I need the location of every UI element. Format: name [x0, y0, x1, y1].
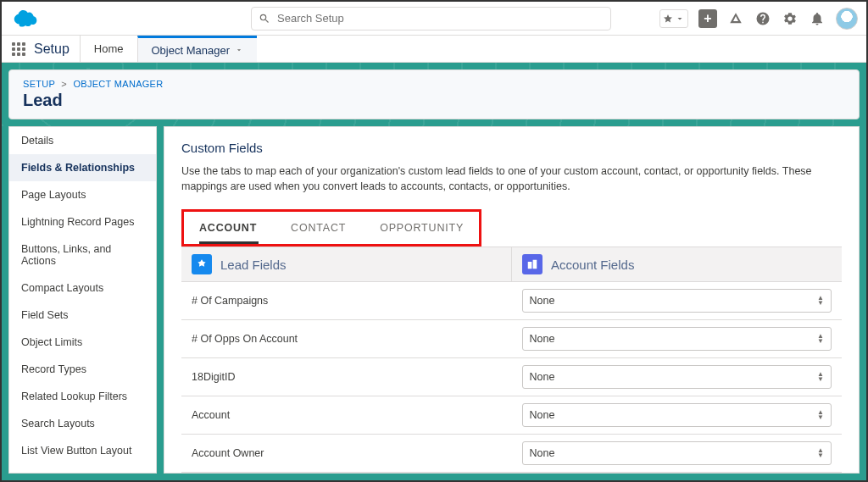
account-field-cell: None▲▼ — [512, 435, 843, 472]
sidebar-item-object-access[interactable]: Object Access — [9, 464, 156, 473]
lead-field-label: # Of Opps On Account — [181, 320, 512, 357]
select-stepper-icon: ▲▼ — [817, 448, 824, 458]
tab-contact[interactable]: CONTACT — [291, 222, 346, 239]
account-field-select[interactable]: None▲▼ — [522, 289, 832, 313]
mapping-row: Account OwnerNone▲▼ — [181, 435, 842, 473]
section-title: Custom Fields — [181, 141, 842, 155]
column-header-account: Account Fields — [511, 247, 842, 281]
lead-field-label: # Of Campaigns — [181, 282, 512, 319]
help-icon[interactable] — [754, 10, 771, 27]
account-field-cell: None▲▼ — [512, 282, 843, 319]
mapping-row: # Of Opps On AccountNone▲▼ — [181, 320, 842, 358]
tab-home[interactable]: Home — [80, 36, 137, 62]
select-value: None — [530, 333, 555, 345]
page-header: SETUP > OBJECT MANAGER Lead — [8, 69, 860, 119]
lead-field-label: Account Owner — [181, 435, 512, 472]
star-icon — [663, 14, 673, 24]
account-field-select[interactable]: None▲▼ — [522, 365, 832, 389]
chevron-down-icon — [235, 44, 243, 57]
search-input[interactable] — [277, 12, 604, 25]
select-stepper-icon: ▲▼ — [817, 296, 824, 306]
select-stepper-icon: ▲▼ — [817, 334, 824, 344]
lead-icon — [192, 254, 212, 274]
mapping-table: Lead Fields Account Fields # Of Campaign… — [181, 247, 842, 474]
account-field-cell: None▲▼ — [512, 396, 843, 434]
breadcrumb-object-manager[interactable]: OBJECT MANAGER — [73, 79, 163, 89]
select-value: None — [530, 295, 555, 307]
sidebar-item-lightning-record-pages[interactable]: Lightning Record Pages — [9, 208, 156, 235]
tab-opportunity[interactable]: OPPORTUNITY — [380, 222, 464, 239]
select-stepper-icon: ▲▼ — [817, 410, 824, 420]
create-button[interactable]: + — [698, 9, 717, 28]
lead-field-label: 18DigitID — [181, 358, 512, 396]
mapping-row: 18DigitIDNone▲▼ — [181, 358, 842, 396]
mapping-row: BrandBrand▲▼ — [181, 473, 842, 474]
app-launcher[interactable]: Setup — [2, 36, 80, 62]
select-value: None — [530, 447, 555, 459]
sidebar-item-buttons-links-and-actions[interactable]: Buttons, Links, and Actions — [9, 235, 156, 274]
breadcrumb-setup[interactable]: SETUP — [23, 79, 55, 89]
sidebar-item-related-lookup-filters[interactable]: Related Lookup Filters — [9, 383, 156, 410]
object-sidebar: DetailsFields & RelationshipsPage Layout… — [8, 126, 157, 474]
tab-home-label: Home — [94, 42, 124, 55]
lead-field-label: Account — [181, 396, 512, 434]
app-name: Setup — [34, 42, 70, 57]
trailhead-icon[interactable] — [727, 10, 744, 27]
search-icon — [259, 13, 270, 25]
main-content: Custom Fields Use the tabs to map each o… — [164, 126, 860, 474]
global-search[interactable] — [251, 7, 611, 30]
mapping-row: # Of CampaignsNone▲▼ — [181, 282, 842, 320]
tab-object-manager[interactable]: Object Manager — [137, 36, 258, 62]
lead-field-label: Brand — [181, 473, 512, 474]
breadcrumb: SETUP > OBJECT MANAGER — [23, 79, 845, 89]
page-header-band: SETUP > OBJECT MANAGER Lead — [2, 63, 866, 126]
tab-object-manager-label: Object Manager — [152, 44, 231, 57]
select-value: None — [530, 409, 555, 421]
sidebar-item-field-sets[interactable]: Field Sets — [9, 302, 156, 329]
section-description: Use the tabs to map each of your organiz… — [181, 163, 842, 194]
account-field-cell: None▲▼ — [512, 358, 843, 396]
sidebar-item-fields-relationships[interactable]: Fields & Relationships — [9, 154, 156, 181]
sidebar-item-object-limits[interactable]: Object Limits — [9, 329, 156, 356]
mapping-row: AccountNone▲▼ — [181, 396, 842, 435]
column-header-lead-label: Lead Fields — [220, 258, 287, 272]
account-field-select[interactable]: None▲▼ — [522, 441, 832, 465]
global-header: + — [2, 2, 866, 36]
sidebar-item-list-view-button-layout[interactable]: List View Button Layout — [9, 437, 156, 464]
caret-down-icon — [675, 14, 685, 24]
salesforce-cloud-icon — [10, 8, 39, 29]
mapping-tabs: ACCOUNT CONTACT OPPORTUNITY — [189, 217, 474, 244]
select-value: None — [530, 371, 555, 383]
favorites-button[interactable] — [659, 9, 688, 28]
avatar[interactable] — [836, 8, 858, 30]
page-title: Lead — [23, 91, 845, 110]
context-nav: Setup Home Object Manager — [2, 36, 866, 63]
sidebar-item-compact-layouts[interactable]: Compact Layouts — [9, 274, 156, 302]
account-icon — [522, 254, 542, 274]
gear-icon[interactable] — [782, 10, 798, 27]
sidebar-item-search-layouts[interactable]: Search Layouts — [9, 410, 156, 437]
account-field-select[interactable]: None▲▼ — [522, 327, 832, 351]
app-launcher-icon — [12, 42, 25, 56]
tab-account[interactable]: ACCOUNT — [199, 222, 257, 239]
bell-icon[interactable] — [809, 10, 826, 27]
column-header-lead: Lead Fields — [181, 247, 511, 281]
mapping-tabs-highlight: ACCOUNT CONTACT OPPORTUNITY — [181, 209, 481, 247]
sidebar-item-details[interactable]: Details — [9, 127, 156, 154]
sidebar-item-record-types[interactable]: Record Types — [9, 356, 156, 383]
account-field-cell: Brand▲▼ — [512, 473, 843, 474]
account-field-select[interactable]: None▲▼ — [522, 403, 832, 427]
column-header-account-label: Account Fields — [551, 258, 634, 272]
sidebar-item-page-layouts[interactable]: Page Layouts — [9, 181, 156, 208]
account-field-cell: None▲▼ — [512, 320, 843, 357]
select-stepper-icon: ▲▼ — [817, 372, 824, 382]
